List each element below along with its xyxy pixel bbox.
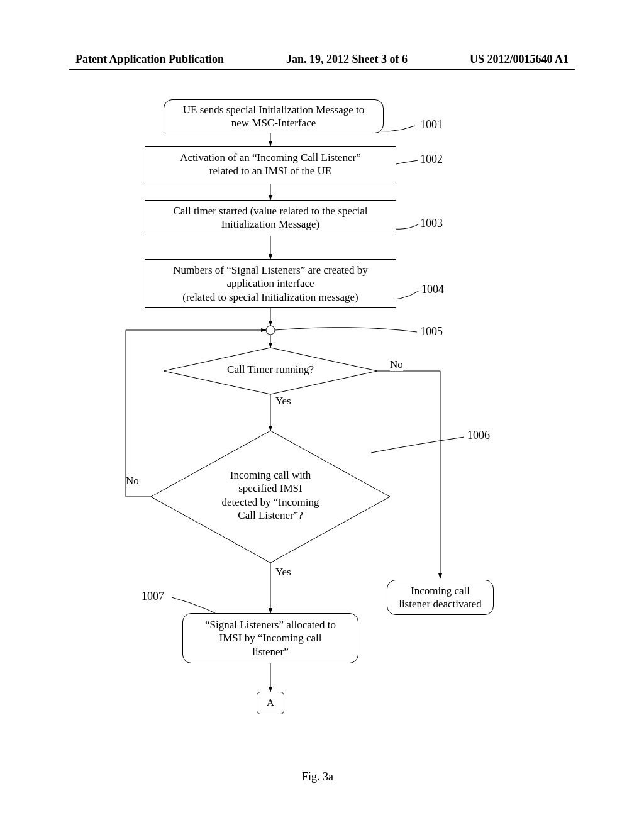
step-1001-text: UE sends special Initialization Message … [183, 103, 364, 130]
header-left: Patent Application Publication [75, 53, 224, 66]
no-label-1005: No [390, 358, 403, 371]
step-1007: “Signal Listeners” allocated to IMSI by … [182, 613, 358, 663]
step-1002-text: Activation of an “Incoming Call Listener… [180, 151, 361, 178]
decision-1006-text: Incoming call with specified IMSI detect… [201, 468, 340, 522]
figure-caption: Fig. 3a [302, 770, 333, 783]
step-1003: Call timer started (value related to the… [145, 200, 396, 235]
decision-1005-text: Call Timer running? [208, 363, 333, 376]
ref-1006: 1006 [467, 429, 490, 442]
ref-1003: 1003 [420, 217, 443, 230]
step-deact-text: Incoming call listener deactivated [399, 584, 482, 611]
svg-point-4 [266, 326, 275, 335]
step-1004: Numbers of “Signal Listeners” are create… [145, 259, 396, 308]
step-1001: UE sends special Initialization Message … [164, 99, 384, 133]
step-deactivated: Incoming call listener deactivated [387, 580, 494, 615]
connector-a: A [257, 692, 284, 714]
header-center: Jan. 19, 2012 Sheet 3 of 6 [286, 53, 408, 66]
header-rule [69, 69, 575, 70]
header-right: US 2012/0015640 A1 [470, 53, 569, 66]
ref-1004: 1004 [421, 283, 444, 296]
ref-1002: 1002 [420, 153, 443, 166]
step-1004-text: Numbers of “Signal Listeners” are create… [173, 263, 368, 304]
step-1007-text: “Signal Listeners” allocated to IMSI by … [205, 618, 336, 658]
connector-a-text: A [267, 696, 274, 709]
ref-1005: 1005 [420, 325, 443, 338]
step-1003-text: Call timer started (value related to the… [173, 204, 367, 231]
flowchart: UE sends special Initialization Message … [0, 94, 644, 773]
step-1002: Activation of an “Incoming Call Listener… [145, 146, 396, 182]
no-label-1006: No [126, 475, 139, 487]
ref-1007: 1007 [142, 590, 164, 603]
yes-label-1005: Yes [275, 395, 291, 407]
connectors [0, 94, 644, 773]
decision-1006-span: Incoming call with specified IMSI detect… [222, 469, 319, 521]
ref-1001: 1001 [420, 118, 443, 131]
yes-label-1006: Yes [275, 566, 291, 578]
